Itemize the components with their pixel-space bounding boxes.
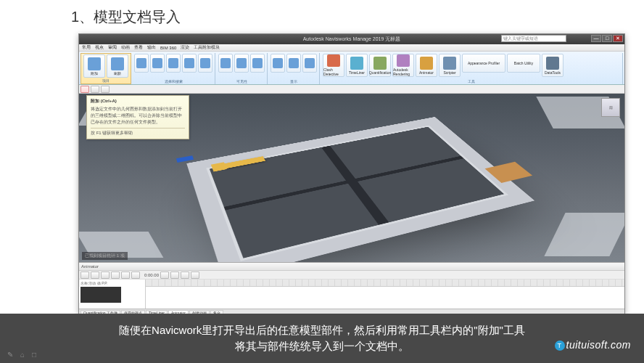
appearance-button[interactable]: Appearance Profiler — [462, 54, 505, 73]
ribbon-group-visibility: 可见性 — [216, 53, 268, 84]
append-tooltip: 附加 (Ctrl+A) 将选定文件中的几何图形和数据添加到当前打开的三维模型或二… — [86, 95, 189, 139]
viewport-statusbar: 已找到项目统计 1 项 — [82, 252, 128, 260]
append-button[interactable]: 附加 — [83, 54, 105, 78]
animator-button[interactable]: Animator — [416, 54, 437, 77]
watermark-icon: T — [555, 340, 565, 351]
select-same-icon — [168, 58, 178, 68]
links-button[interactable] — [271, 54, 285, 73]
scripter-icon — [443, 57, 456, 70]
truck-model — [176, 155, 194, 163]
anim-play[interactable] — [160, 272, 169, 279]
ribbon: 附加 刷新 项目 选择和搜索 — [79, 52, 624, 85]
anim-tool-4[interactable] — [111, 272, 120, 279]
refresh-button[interactable]: 刷新 — [107, 54, 128, 78]
tree-icon — [184, 58, 194, 68]
watermark-text: tuituisoft.com — [566, 339, 631, 351]
ribbon-label-tools: 工具 — [323, 79, 620, 83]
animator-tree[interactable]: 名称 活动 循 P.P. — [79, 280, 146, 309]
sets-button[interactable] — [198, 54, 212, 73]
anim-tool-5[interactable] — [121, 272, 130, 279]
menu-tab-render[interactable]: 渲染 — [181, 44, 189, 51]
timeliner-button[interactable]: TimeLiner — [346, 54, 368, 77]
menu-tab-bim360[interactable]: BIM 360 — [160, 46, 176, 50]
maximize-button[interactable]: □ — [602, 35, 612, 42]
select-same-button[interactable] — [166, 54, 181, 73]
save-selection-button[interactable] — [150, 54, 165, 73]
ribbon-label-project: 项目 — [83, 78, 128, 83]
render-button[interactable]: Autodesk Rendering — [392, 54, 414, 77]
window-controls: — □ ✕ — [591, 35, 623, 42]
anim-rewind[interactable] — [181, 272, 189, 279]
menu-tab-view[interactable]: 查看 — [134, 44, 143, 51]
footer-icons: ✎ ⌂ □ — [7, 349, 36, 360]
sets-icon — [200, 58, 210, 68]
anim-fwd[interactable] — [191, 272, 199, 279]
anim-tool-2[interactable] — [91, 272, 99, 279]
minimize-button[interactable]: — — [591, 35, 601, 42]
batch-button[interactable]: Batch Utility — [507, 54, 540, 73]
anim-tool-6[interactable] — [131, 272, 140, 279]
quantification-button[interactable]: Quantification — [369, 54, 391, 77]
save-selection-icon — [152, 58, 162, 68]
menu-tab-output[interactable]: 输出 — [147, 44, 156, 51]
properties-button[interactable] — [302, 54, 317, 73]
quickprop-button[interactable] — [286, 54, 301, 73]
footer-icon-2[interactable]: ⌂ — [20, 349, 25, 360]
watermark: Ttuituisoft.com — [555, 338, 631, 353]
animator-panel: Animator 0:00.00 名称 活动 循 P.P. — [79, 262, 624, 309]
menu-tab-animation[interactable]: 动画 — [121, 44, 130, 51]
footer-icon-3[interactable]: □ — [32, 349, 36, 360]
menu-tab-review[interactable]: 审阅 — [108, 44, 117, 51]
selection-tree-button[interactable] — [182, 54, 197, 73]
anim-tool-1[interactable] — [80, 272, 89, 279]
anim-stop[interactable] — [170, 272, 179, 279]
close-button[interactable]: ✕ — [613, 35, 623, 42]
tooltip-title: 附加 (Ctrl+A) — [91, 98, 185, 105]
refresh-icon — [111, 57, 124, 70]
animator-toolbar: 0:00.00 — [79, 271, 624, 280]
animator-icon — [420, 57, 433, 70]
animator-thumb — [80, 287, 121, 303]
scripter-button[interactable]: Scripter — [439, 54, 461, 77]
ribbon-group-tools: Clash Detective TimeLiner Quantification… — [321, 53, 623, 84]
append-tool-button[interactable] — [80, 86, 89, 93]
view-cube[interactable]: 前 — [601, 98, 620, 117]
menu-tab-addons[interactable]: 工具附加模块 — [194, 44, 220, 51]
require-button[interactable] — [234, 54, 249, 73]
render-icon — [397, 54, 410, 67]
footer-icon-1[interactable]: ✎ — [7, 349, 13, 360]
slide: 1、模型文档导入 Autodesk Navisworks Manage 2019… — [0, 0, 644, 363]
hide-icon — [220, 58, 231, 68]
caption-line-1: 随便在Navicwork里打开导出后的任意模型部件，然后利用常用工具栏内的"附加… — [119, 322, 525, 339]
links-icon — [273, 58, 283, 68]
timeliner-icon — [350, 57, 363, 70]
search-input[interactable]: 键入关键字或短语 — [501, 35, 566, 42]
ribbon-label-display: 显示 — [271, 79, 317, 83]
ribbon-group-display: 显示 — [268, 53, 320, 84]
caption-strip: 随便在Navicwork里打开导出后的任意模型部件，然后利用常用工具栏内的"附加… — [0, 314, 644, 363]
hide-button[interactable] — [218, 54, 233, 73]
ribbon-label-visibility: 可见性 — [218, 79, 265, 83]
menu-tab-home[interactable]: 常用 — [82, 44, 91, 51]
clash-icon — [327, 54, 340, 67]
site-slab — [206, 126, 508, 261]
ribbon-label-select: 选择和搜索 — [134, 79, 212, 83]
clash-button[interactable]: Clash Detective — [323, 54, 344, 77]
tooltip-body: 将选定文件中的几何图形和数据添加到当前打开的三维模型或二维图纸。可以合并除当前模… — [91, 106, 185, 126]
tool-button-3[interactable] — [101, 86, 110, 93]
caption-line-2: 将其与部件统统导入到一个文档中。 — [235, 338, 409, 355]
menu-tab-viewpoint[interactable]: 视点 — [95, 44, 104, 51]
tool-button-2[interactable] — [91, 86, 99, 93]
unhide-icon — [252, 58, 263, 68]
quickprop-icon — [289, 58, 299, 68]
anim-tool-3[interactable] — [101, 272, 110, 279]
unhide-button[interactable] — [250, 54, 265, 73]
select-button[interactable] — [134, 54, 149, 73]
time-display: 0:00.00 — [144, 273, 159, 277]
slide-title: 1、模型文档导入 — [71, 7, 181, 27]
timeline[interactable] — [146, 280, 624, 309]
datatools-button[interactable]: DataTools — [542, 54, 564, 77]
quick-toolbar — [79, 85, 624, 94]
properties-icon — [305, 58, 315, 68]
animator-body: 名称 活动 循 P.P. — [79, 280, 624, 309]
